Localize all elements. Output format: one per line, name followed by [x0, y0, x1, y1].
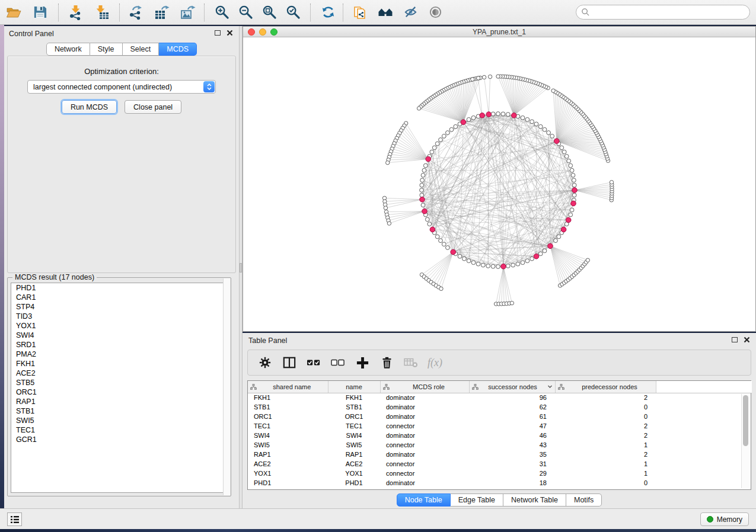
- zoom-out-button[interactable]: [237, 4, 254, 21]
- table-row[interactable]: RAP1RAP1dominator352: [248, 450, 752, 459]
- graph-node[interactable]: [476, 262, 480, 266]
- graph-node[interactable]: [471, 116, 476, 120]
- graph-hub-node[interactable]: [571, 201, 576, 206]
- table-cell[interactable]: dominator: [380, 393, 469, 402]
- graph-node[interactable]: [486, 264, 490, 268]
- table-cell[interactable]: 47: [469, 421, 555, 431]
- zoom-in-button[interactable]: [213, 4, 231, 21]
- mcds-result-item[interactable]: YOX1: [11, 321, 227, 331]
- table-cell[interactable]: PHD1: [248, 478, 328, 488]
- table-cell[interactable]: TEC1: [248, 421, 328, 431]
- graph-hub-node[interactable]: [512, 113, 517, 118]
- graph-node[interactable]: [471, 261, 476, 265]
- table-cell[interactable]: connector: [380, 459, 469, 469]
- graph-node[interactable]: [572, 178, 576, 182]
- graph-node[interactable]: [538, 252, 543, 256]
- graph-node[interactable]: [420, 188, 424, 193]
- graph-hub-node[interactable]: [561, 227, 566, 232]
- graph-hub-node[interactable]: [486, 112, 492, 117]
- table-row[interactable]: YOX1YOX1connector291: [248, 469, 752, 478]
- show-graphics-details-button[interactable]: [426, 4, 444, 21]
- table-cell[interactable]: connector: [380, 469, 469, 478]
- table-scrollbar[interactable]: [741, 394, 749, 488]
- graph-node[interactable]: [511, 263, 515, 267]
- table-row[interactable]: ORC1ORC1dominator610: [248, 412, 752, 421]
- table-cell[interactable]: 1: [555, 469, 656, 478]
- float-panel-icon[interactable]: [732, 337, 738, 342]
- graph-node[interactable]: [547, 131, 551, 135]
- column-header-name[interactable]: name: [328, 381, 380, 393]
- graph-leaf-node[interactable]: [482, 75, 486, 79]
- mcds-list-scrollbar[interactable]: [223, 278, 230, 495]
- graph-node[interactable]: [467, 259, 471, 263]
- graph-node[interactable]: [567, 159, 571, 163]
- graph-node[interactable]: [439, 239, 443, 243]
- table-row[interactable]: PHD1PHD1dominator180: [248, 478, 752, 488]
- mcds-result-item[interactable]: ORC1: [11, 387, 227, 397]
- task-history-button[interactable]: [7, 512, 22, 526]
- table-cell[interactable]: connector: [380, 421, 469, 431]
- zoom-selected-button[interactable]: [284, 4, 302, 21]
- graph-node[interactable]: [496, 112, 500, 116]
- graph-node[interactable]: [572, 183, 576, 187]
- graph-leaf-node[interactable]: [510, 301, 513, 305]
- table-cell[interactable]: FKH1: [248, 393, 328, 402]
- graph-hub-node[interactable]: [461, 120, 466, 125]
- table-settings-button[interactable]: [257, 355, 273, 370]
- graph-hub-node[interactable]: [534, 254, 539, 259]
- graph-node[interactable]: [550, 134, 554, 138]
- table-cell[interactable]: 1: [555, 459, 656, 469]
- column-header-shared-name[interactable]: shared name: [248, 381, 328, 393]
- graph-node[interactable]: [554, 239, 558, 243]
- control-panel-tab-network[interactable]: Network: [46, 43, 90, 56]
- table-cell[interactable]: dominator: [380, 412, 469, 421]
- graph-node[interactable]: [467, 117, 471, 121]
- import-table-button[interactable]: [93, 4, 111, 21]
- graph-node[interactable]: [449, 127, 454, 132]
- graph-hub-node[interactable]: [548, 243, 553, 249]
- table-cell[interactable]: dominator: [380, 478, 469, 488]
- mcds-result-item[interactable]: PMA2: [11, 350, 227, 359]
- graph-node[interactable]: [481, 263, 485, 267]
- table-cell[interactable]: TEC1: [328, 421, 380, 431]
- table-cell[interactable]: connector: [380, 440, 469, 450]
- delete-table-button[interactable]: [403, 355, 419, 370]
- table-cell[interactable]: 2: [555, 431, 656, 440]
- float-panel-icon[interactable]: [215, 30, 221, 36]
- graph-node[interactable]: [432, 146, 436, 150]
- graph-node[interactable]: [421, 203, 425, 207]
- graph-node[interactable]: [442, 242, 446, 246]
- table-cell[interactable]: SWI5: [248, 440, 328, 450]
- graph-node[interactable]: [570, 208, 574, 212]
- graph-leaf-node[interactable]: [488, 75, 492, 78]
- graph-node[interactable]: [496, 265, 500, 269]
- table-cell[interactable]: RAP1: [328, 450, 380, 459]
- graph-node[interactable]: [560, 146, 564, 150]
- table-cell[interactable]: 61: [469, 412, 555, 421]
- mcds-result-item[interactable]: SWI4: [11, 331, 227, 340]
- column-header-mcds-role[interactable]: MCDS role: [380, 381, 469, 393]
- optimization-criterion-select[interactable]: largest connected component (undirected): [27, 80, 216, 94]
- control-panel-tab-mcds[interactable]: MCDS: [159, 43, 197, 56]
- table-cell[interactable]: FKH1: [328, 393, 380, 402]
- table-cell[interactable]: 2: [555, 393, 656, 402]
- table-cell[interactable]: ORC1: [328, 412, 380, 421]
- table-scrollbar-thumb[interactable]: [743, 395, 748, 446]
- mcds-result-item[interactable]: STB5: [11, 378, 227, 387]
- table-tab-node-table[interactable]: Node Table: [397, 493, 451, 507]
- show-columns-button[interactable]: [282, 355, 297, 370]
- table-cell[interactable]: dominator: [380, 450, 469, 459]
- graph-node[interactable]: [442, 134, 446, 138]
- table-cell[interactable]: 0: [555, 412, 656, 421]
- import-network-button[interactable]: [67, 4, 85, 21]
- mcds-result-item[interactable]: TEC1: [11, 425, 227, 435]
- graph-leaf-node[interactable]: [610, 180, 613, 184]
- table-cell[interactable]: SWI4: [328, 431, 380, 440]
- graph-node[interactable]: [420, 178, 425, 182]
- mcds-result-item[interactable]: STB1: [11, 406, 227, 416]
- mcds-result-item[interactable]: SWI5: [11, 416, 227, 425]
- network-window-titlebar[interactable]: YPA_prune.txt_1: [243, 27, 755, 37]
- graph-hub-node[interactable]: [420, 197, 425, 202]
- graph-leaf-node[interactable]: [386, 161, 390, 164]
- table-tab-motifs[interactable]: Motifs: [566, 493, 602, 507]
